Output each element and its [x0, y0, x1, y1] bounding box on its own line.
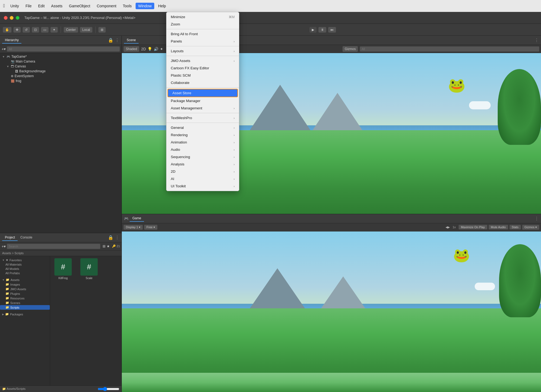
menu-item-assets[interactable]: Assets: [48, 3, 65, 9]
transform-tool[interactable]: ✦: [50, 27, 58, 33]
project-tab[interactable]: Project: [2, 234, 18, 241]
menu-item-unity[interactable]: Unity: [8, 3, 22, 9]
space-btn[interactable]: Local: [80, 27, 93, 33]
sidebar-all-materials[interactable]: All Materials: [0, 262, 50, 267]
sidebar-resources[interactable]: 📁 Resources: [0, 296, 50, 300]
maximize-on-play-btn[interactable]: Maximize On Play: [458, 225, 487, 230]
project-lock-icon[interactable]: 🔒: [108, 235, 113, 240]
sidebar-scenes[interactable]: 📁 Scenes: [0, 300, 50, 305]
close-button[interactable]: [4, 16, 8, 20]
mute-audio-btn[interactable]: Mute Audio: [488, 225, 508, 230]
dd-2d[interactable]: 2D ›: [166, 168, 239, 175]
aspect-btn[interactable]: Free ▾: [144, 225, 158, 230]
sidebar-jmo[interactable]: 📁 JMO Assets: [0, 287, 50, 291]
hierarchy-lock-icon[interactable]: 🔒: [108, 38, 113, 43]
tree-main-camera[interactable]: 📷 Main Camera: [0, 59, 122, 64]
pause-button[interactable]: ⏸: [318, 27, 326, 33]
snap-btn[interactable]: ⊞: [98, 27, 106, 33]
dd-audio[interactable]: Audio ›: [166, 146, 239, 153]
sidebar-packages[interactable]: ▶ 📁 Packages: [0, 312, 50, 316]
tree-event-system[interactable]: ⚙ EventSystem: [0, 74, 122, 79]
game-tab[interactable]: Game: [130, 215, 144, 222]
scene-tab[interactable]: Scene: [124, 37, 139, 44]
tree-canvas[interactable]: ▼ 🗔 Canvas: [0, 64, 122, 69]
icon-size-slider[interactable]: [98, 387, 119, 391]
scene-gizmos-btn[interactable]: Gizmos: [342, 46, 358, 52]
script-killfrog[interactable]: # KillFrog: [52, 258, 74, 280]
display-btn[interactable]: Display 1 ▾: [123, 225, 143, 230]
scene-light-btn[interactable]: 💡: [147, 47, 152, 51]
dd-general[interactable]: General ›: [166, 124, 239, 131]
hierarchy-add-btn[interactable]: +▾: [2, 47, 6, 51]
menu-item-help[interactable]: Help: [155, 3, 169, 9]
dd-layouts[interactable]: Layouts ›: [166, 47, 239, 55]
menu-item-edit[interactable]: Edit: [35, 3, 47, 9]
game-tree-1: [499, 244, 541, 317]
project-search[interactable]: [7, 244, 100, 249]
apple-logo-icon[interactable]: : [3, 3, 5, 9]
project-more-icon[interactable]: ⋮: [115, 235, 119, 240]
dd-bring-all[interactable]: Bring All to Front: [166, 30, 239, 38]
sidebar-all-prefabs[interactable]: All Prefabs: [0, 271, 50, 275]
game-more-icon[interactable]: ⋮: [535, 216, 539, 221]
shading-btn[interactable]: Shaded: [123, 46, 139, 52]
scene-more-icon[interactable]: ⋮: [535, 38, 539, 43]
dd-asset-management[interactable]: Asset Management ›: [166, 104, 239, 112]
hierarchy-more-icon[interactable]: ⋮: [115, 38, 119, 43]
sidebar-all-models[interactable]: All Models: [0, 267, 50, 271]
tree-tapgame[interactable]: ▼ 🎮 TapGame*: [0, 54, 122, 59]
scene-2d-btn[interactable]: 2D: [141, 47, 146, 51]
menu-item-tools[interactable]: Tools: [120, 3, 135, 9]
menu-item-component[interactable]: Component: [94, 3, 119, 9]
scale-tool[interactable]: ⊡: [32, 27, 39, 33]
maximize-button[interactable]: [16, 16, 19, 20]
play-button[interactable]: ▶: [309, 27, 317, 33]
dd-rendering[interactable]: Rendering ›: [166, 131, 239, 139]
dd-zoom[interactable]: Zoom: [166, 21, 239, 28]
sidebar-scripts[interactable]: 📁 Scripts: [0, 305, 50, 310]
dd-ui-toolkit[interactable]: UI Toolkit ›: [166, 182, 239, 190]
move-tool[interactable]: ✥: [13, 27, 21, 33]
sidebar-assets[interactable]: ▼ 📁 Assets: [0, 277, 50, 282]
dd-analysis[interactable]: Analysis ›: [166, 161, 239, 168]
script-scale[interactable]: # Scale: [78, 258, 100, 280]
project-star-icon[interactable]: ★: [107, 244, 110, 248]
dd-minimize[interactable]: Minimize ⌘M: [166, 13, 239, 21]
step-button[interactable]: ⏭: [328, 27, 336, 33]
hand-tool[interactable]: ✋: [3, 27, 12, 33]
project-filter-icon[interactable]: ⊞: [103, 244, 106, 248]
scene-fx-btn[interactable]: ✦: [160, 47, 163, 51]
dd-package-manager[interactable]: Package Manager: [166, 97, 239, 104]
stats-btn[interactable]: Stats: [509, 225, 521, 230]
sidebar-favorites[interactable]: ▼ ★ Favorites: [0, 258, 50, 262]
project-add-btn[interactable]: +▾: [2, 244, 6, 249]
rect-tool[interactable]: ▭: [41, 27, 49, 33]
dd-minimize-shortcut: ⌘M: [229, 15, 235, 19]
rotate-tool[interactable]: ↺: [22, 27, 30, 33]
menu-item-gameobject[interactable]: GameObject: [66, 3, 93, 9]
hierarchy-search[interactable]: [7, 46, 120, 52]
dd-animation[interactable]: Animation ›: [166, 139, 239, 146]
dd-asset-store[interactable]: Asset Store: [168, 89, 238, 97]
dd-cartoon[interactable]: Cartoon FX Easy Editor: [166, 64, 239, 72]
dd-plastic[interactable]: Plastic SCM: [166, 72, 239, 79]
tree-background-image[interactable]: 🖼 BackgroundImage: [0, 69, 122, 74]
dd-collaborate[interactable]: Collaborate: [166, 79, 239, 86]
tree-frog[interactable]: 🟫 frog: [0, 79, 122, 83]
scene-search[interactable]: [360, 46, 539, 52]
menu-item-window[interactable]: Window: [136, 3, 155, 9]
sidebar-images[interactable]: 📁 Images: [0, 282, 50, 287]
menu-item-file[interactable]: File: [23, 3, 34, 9]
dd-sequencing[interactable]: Sequencing ›: [166, 153, 239, 161]
scene-audio-btn[interactable]: 🔊: [154, 47, 158, 51]
pivot-btn[interactable]: Center: [64, 27, 78, 33]
sidebar-plugins[interactable]: 📁 Plugins: [0, 291, 50, 296]
dd-ai[interactable]: AI ›: [166, 175, 239, 182]
console-tab[interactable]: Console: [18, 234, 35, 241]
dd-panels[interactable]: Panels ›: [166, 38, 239, 45]
dd-jmo[interactable]: JMO Assets ›: [166, 57, 239, 64]
minimize-button[interactable]: [10, 16, 14, 20]
dd-textmeshpro[interactable]: TextMeshPro ›: [166, 114, 239, 122]
hierarchy-tab[interactable]: Hierarchy: [2, 37, 21, 44]
game-gizmos-btn[interactable]: Gizmos ▾: [522, 225, 539, 230]
